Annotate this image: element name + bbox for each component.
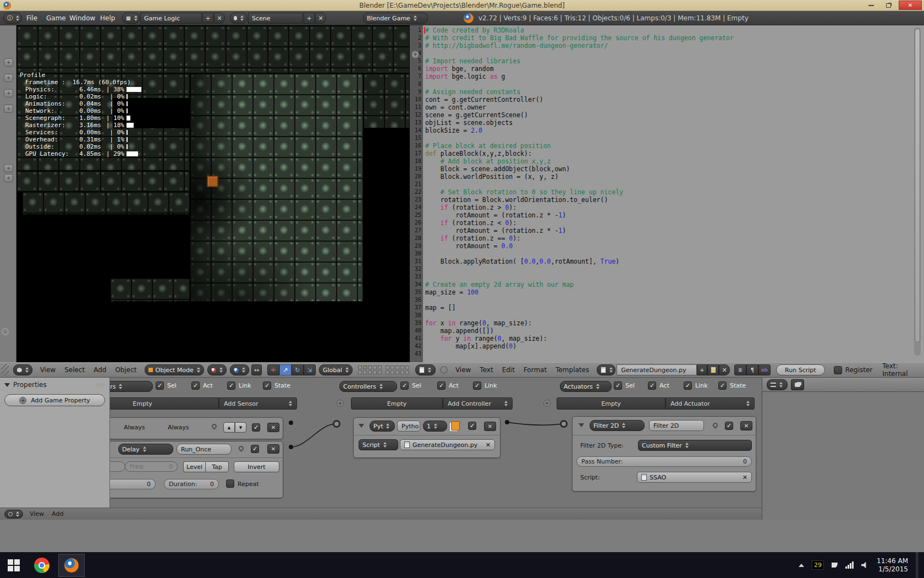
manipulator-axis-button[interactable]: ✛	[267, 364, 279, 375]
chrome-taskbar-icon[interactable]	[34, 558, 50, 573]
delete-scene-button[interactable]: ✕	[315, 13, 326, 24]
code-line[interactable]: if (rotation.z < 0):	[425, 219, 734, 227]
sensors-state-checkbox[interactable]: ✓	[263, 381, 271, 390]
collapsed-panel-icon[interactable]: +	[4, 164, 13, 172]
code-line[interactable]: cont = g.getCurrentController()	[425, 96, 734, 103]
run-script-button[interactable]: Run Script	[776, 364, 825, 375]
manipulator-rotate-button[interactable]: ↻	[292, 364, 304, 375]
controller-script-mode-select[interactable]: Script	[359, 439, 398, 450]
add-layout-button[interactable]: +	[202, 13, 213, 24]
blender-taskbar-icon[interactable]	[58, 554, 85, 577]
expand-icon[interactable]: +	[337, 400, 344, 407]
code-line[interactable]: objList = scene.objects	[425, 119, 734, 127]
code-line[interactable]: # Create an empty 2d array with our map	[425, 281, 734, 288]
sensor-repeat-checkbox[interactable]	[226, 479, 234, 488]
actuator-script-field[interactable]: SSAO✕	[637, 472, 752, 483]
code-line[interactable]: rotAmount = 0.0	[425, 242, 734, 250]
screen-layout-icon-button[interactable]: ▦	[122, 13, 140, 24]
code-line[interactable]	[425, 50, 734, 57]
code-line[interactable]: def placeBlock(x,y,z,block):	[425, 150, 734, 157]
controllers-link-checkbox[interactable]: ✓	[473, 381, 481, 390]
3d-viewport[interactable]: Profile Frametime : 16.7ms (60.0fps) Phy…	[16, 25, 410, 362]
actuator-name-field[interactable]: Filter 2D	[649, 420, 704, 431]
sensor-delay-name-field[interactable]: Run_Once	[177, 444, 232, 455]
code-line[interactable]: own = cont.owner	[425, 103, 734, 111]
sensors-link-checkbox[interactable]: ✓	[227, 381, 235, 390]
code-line[interactable]: if (rotation.z > 0):	[425, 204, 734, 211]
editor-type-3dview-button[interactable]	[13, 364, 32, 375]
actuators-state-checkbox[interactable]: ✓	[718, 381, 727, 390]
menu-window[interactable]: Window	[69, 14, 95, 22]
code-line[interactable]	[425, 296, 734, 304]
menu-view[interactable]: View	[30, 510, 44, 517]
menu-help[interactable]: Help	[100, 14, 115, 22]
code-line[interactable]: # http://bigbadwofl.me/random-dungeon-ge…	[425, 42, 734, 50]
layers-grid-1[interactable]	[358, 366, 382, 375]
code-line[interactable]: # With credit to Big Bad Waffle for prov…	[425, 34, 734, 42]
editor-type-info-button[interactable]: ⓘ	[3, 13, 22, 24]
actuator-type-select[interactable]: Filter 2D	[590, 420, 645, 431]
code-line[interactable]	[425, 312, 734, 319]
code-line[interactable]: map[x].append(0)	[425, 342, 734, 350]
filter2d-type-select[interactable]: Custom Filter	[638, 440, 752, 451]
code-line[interactable]: # Code created by R3DKoala	[425, 26, 734, 34]
add-game-property-button[interactable]: + Add Game Property	[4, 394, 105, 406]
menu-format[interactable]: Format	[524, 366, 547, 374]
sensor-delay-type-select[interactable]: Delay	[118, 444, 173, 455]
sensor-level-button[interactable]: Level	[183, 461, 205, 472]
add-actuator-dropdown[interactable]: Add Actuator	[666, 397, 755, 410]
menu-object[interactable]: Object	[115, 366, 136, 374]
scene-icon-button[interactable]	[230, 13, 248, 24]
code-line[interactable]: for x in range(0, map_size):	[425, 319, 734, 327]
register-checkbox[interactable]	[834, 366, 842, 374]
actuator-input-socket[interactable]	[560, 420, 568, 428]
code-line[interactable]: map_size = 100	[425, 288, 734, 296]
orientation-select[interactable]: Global	[319, 364, 353, 375]
controller-delete-button[interactable]: ✕	[484, 422, 496, 431]
close-icon[interactable]: ✕	[743, 474, 747, 481]
controller-state-select[interactable]: 1	[423, 421, 447, 432]
close-icon[interactable]: ✕	[486, 441, 491, 449]
sensor-always-enable-checkbox[interactable]: ✓	[252, 423, 260, 432]
menu-templates[interactable]: Templates	[556, 366, 589, 374]
sensor-duration-field[interactable]: Duration:0	[164, 479, 219, 489]
manipulator-scale-button[interactable]: ⇲	[304, 364, 316, 375]
open-text-button[interactable]	[707, 364, 719, 375]
collapse-triangle-icon[interactable]	[359, 424, 364, 428]
panel-collapse-icon[interactable]	[4, 383, 10, 387]
code-line[interactable]: rotAmount = (rotation.z * -1)	[425, 211, 734, 219]
editor-type-logic-button[interactable]	[4, 510, 23, 519]
code-line[interactable]: import bge.logic as g	[425, 73, 734, 80]
code-line[interactable]: # Import needed libraries	[425, 57, 734, 65]
actuators-act-checkbox[interactable]: ✓	[648, 381, 656, 390]
controller-name-field[interactable]: Pytho	[397, 421, 420, 432]
collapsed-panel-icon[interactable]: +	[4, 174, 13, 182]
new-text-button[interactable]: +	[697, 364, 707, 375]
sensor-move-down-button[interactable]: ▼	[235, 422, 246, 433]
code-line[interactable]: map = []	[425, 304, 734, 312]
code-line[interactable]	[425, 250, 734, 258]
code-line[interactable]: # Assign needed constants	[425, 88, 734, 96]
code-line[interactable]	[425, 80, 734, 88]
controller-enable-checkbox[interactable]: ✓	[468, 422, 476, 430]
collapsed-panel-icon[interactable]: +	[4, 105, 13, 113]
editor-type-properties-button[interactable]	[767, 379, 788, 390]
code-line[interactable]	[425, 134, 734, 142]
tray-badge[interactable]: 29	[812, 560, 824, 570]
actuator-enable-checkbox[interactable]: ✓	[725, 422, 733, 430]
code-line[interactable]: for y in range(0, map_size):	[425, 335, 734, 342]
snap-toggle-button[interactable]: ↔	[251, 364, 262, 375]
menu-view[interactable]: View	[455, 366, 471, 374]
line-numbers-toggle[interactable]: ≣	[734, 364, 746, 375]
expand-icon[interactable]: +	[543, 400, 551, 407]
actuators-link-checkbox[interactable]: ✓	[684, 381, 692, 390]
collapsed-panel-icon[interactable]: +	[4, 58, 13, 67]
code-line[interactable]	[425, 273, 734, 281]
sensor-invert-button[interactable]: Invert	[234, 461, 279, 472]
sensor-always-delete-button[interactable]: ✕	[267, 423, 279, 432]
code-line[interactable]: Block = scene.addObject(block,own)	[425, 165, 734, 173]
unlink-text-button[interactable]: ✕	[719, 364, 729, 375]
action-center-flag-icon[interactable]	[832, 563, 838, 568]
code-content[interactable]: # Code created by R3DKoala# With credit …	[425, 26, 734, 358]
add-scene-button[interactable]: +	[304, 13, 315, 24]
